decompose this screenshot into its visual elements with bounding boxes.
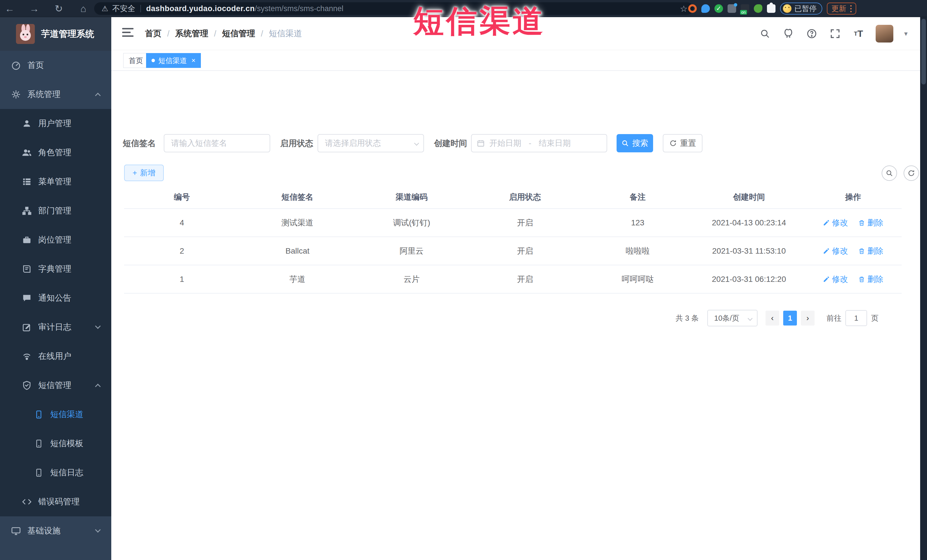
address-bar[interactable]: ⚠ 不安全 dashboard.yudao.iocoder.cn /system… [94,2,693,15]
font-size-icon[interactable]: TT [852,27,865,40]
extension-dark-icon[interactable]: on [741,4,749,13]
pencil-icon [823,219,830,226]
edit-link[interactable]: 修改 [823,246,848,256]
avatar-caret-down-icon[interactable]: ▾ [904,30,907,38]
sidebar-item-posts[interactable]: 岗位管理 [0,225,111,255]
sidebar-item-system[interactable]: 系统管理 [0,80,111,109]
search-icon [886,170,893,177]
help-icon[interactable] [805,27,818,40]
cell-created: 2021-04-13 00:23:14 [693,218,805,228]
extension-orange-ring-icon[interactable] [688,4,697,13]
tab-sms-channel[interactable]: 短信渠道 × [146,53,201,68]
sidebar-item-audit-log[interactable]: 审计日志 [0,313,111,342]
sidebar-item-menus[interactable]: 菜单管理 [0,167,111,196]
status-select-placeholder: 请选择启用状态 [325,138,381,149]
table-row[interactable]: 1 芋道 云片 开启 呵呵呵哒 2021-03-31 06:12:20 修改 删… [124,265,902,294]
extension-blue-pin-icon[interactable] [701,4,710,13]
next-page-button[interactable]: › [801,311,815,325]
sidebar-item-label: 系统管理 [27,89,61,100]
page-size-value: 10条/页 [714,313,739,323]
show-search-toggle-button[interactable] [881,165,897,181]
sign-input[interactable] [164,134,270,152]
sidebar-item-label: 审计日志 [38,322,71,333]
breadcrumb-system[interactable]: 系统管理 [175,28,208,39]
edit-link[interactable]: 修改 [823,274,848,285]
start-date-placeholder[interactable]: 开始日期 [489,138,521,149]
edit-link[interactable]: 修改 [823,217,848,228]
delete-link[interactable]: 删除 [858,274,883,285]
prev-page-button[interactable]: ‹ [766,311,779,325]
end-date-placeholder[interactable]: 结束日期 [539,138,571,149]
search-icon[interactable] [759,27,771,40]
table-row[interactable]: 2 Ballcat 阿里云 开启 啦啦啦 2021-03-31 11:53:10… [124,237,902,265]
delete-link[interactable]: 删除 [858,246,883,256]
sidebar-item-dict[interactable]: 字典管理 [0,255,111,284]
delete-label: 删除 [867,274,883,285]
forward-icon[interactable]: → [29,3,40,14]
avatar[interactable] [875,25,894,42]
browser-menu-kebab-icon[interactable] [850,5,852,12]
back-icon[interactable]: ← [4,3,15,14]
sidebar-item-departments[interactable]: 部门管理 [0,196,111,225]
sidebar-item-infrastructure[interactable]: 基础设施 [0,516,111,545]
status-select[interactable]: 请选择启用状态 [318,134,424,152]
sidebar-item-sms-channel[interactable]: 短信渠道 [0,400,111,429]
bookmark-star-icon[interactable]: ☆ [680,4,688,14]
search-button[interactable]: 搜索 [617,134,653,152]
scrollbar-thumb[interactable] [921,19,926,85]
sidebar-toggle-hamburger-icon[interactable] [122,28,134,37]
add-button[interactable]: + 新增 [124,165,164,181]
page-number-1[interactable]: 1 [783,311,797,325]
sidebar-item-roles[interactable]: 角色管理 [0,138,111,167]
tab-home[interactable]: 首页 [123,53,148,68]
reload-icon[interactable]: ↻ [53,3,64,14]
table-row[interactable]: 4 测试渠道 调试(钉钉) 开启 123 2021-04-13 00:23:14… [124,209,902,237]
github-icon[interactable] [782,27,795,40]
profile-paused-chip[interactable]: 已暂停 [780,3,822,15]
url-host: dashboard.yudao.iocoder.cn [146,4,255,13]
reset-button[interactable]: 重置 [663,134,702,152]
breadcrumb-home[interactable]: 首页 [145,28,161,39]
delete-label: 删除 [867,246,883,256]
scrollbar-track[interactable] [920,17,927,560]
not-secure-label[interactable]: 不安全 [112,3,135,14]
pencil-icon [823,247,830,255]
page-content: 短信签名 启用状态 请选择启用状态 创建时间 开始日期 - 结束日期 搜索 [111,71,920,549]
delete-link[interactable]: 删除 [858,217,883,228]
cell-signature: Ballcat [240,246,355,256]
close-icon[interactable]: × [191,56,195,64]
sign-input-field[interactable] [164,135,270,152]
add-button-label: 新增 [140,168,155,178]
extension-green-sprout-icon[interactable] [754,4,762,13]
sidebar-item-sms-template[interactable]: 短信模板 [0,429,111,458]
extension-green-check-icon[interactable]: ✓ [714,4,723,13]
sidebar-item-label: 通知公告 [38,292,71,304]
date-range-picker[interactable]: 开始日期 - 结束日期 [471,134,607,152]
active-tab-dot [152,59,155,62]
home-icon[interactable]: ⌂ [78,3,89,14]
trash-icon [858,219,865,226]
phone-icon [33,467,44,478]
fullscreen-icon[interactable] [829,27,841,40]
edit-label: 修改 [832,217,848,228]
sidebar-item-label: 首页 [27,60,44,71]
phone-icon [33,409,44,420]
phone-icon [33,439,44,449]
goto-page-input[interactable] [845,310,867,326]
extension-gray-drop-icon[interactable] [728,4,736,13]
sidebar-item-home[interactable]: 首页 [0,51,111,80]
sidebar-item-notice[interactable]: 通知公告 [0,284,111,313]
sidebar-item-sms-log[interactable]: 短信日志 [0,458,111,487]
extensions-puzzle-icon[interactable] [767,4,775,13]
breadcrumb-sms[interactable]: 短信管理 [222,28,255,39]
sidebar-item-users[interactable]: 用户管理 [0,109,111,138]
browser-update-button[interactable]: 更新 [827,3,856,15]
sidebar-item-error-codes[interactable]: 错误码管理 [0,487,111,516]
briefcase-icon [22,235,32,245]
sidebar-item-online-users[interactable]: 在线用户 [0,342,111,371]
page-size-select[interactable]: 10条/页 [707,310,758,326]
refresh-table-button[interactable] [904,165,919,181]
sidebar-item-sms[interactable]: 短信管理 [0,371,111,400]
sidebar-logo[interactable]: 芋道管理系统 [0,17,111,51]
chevron-down-icon [414,141,419,146]
